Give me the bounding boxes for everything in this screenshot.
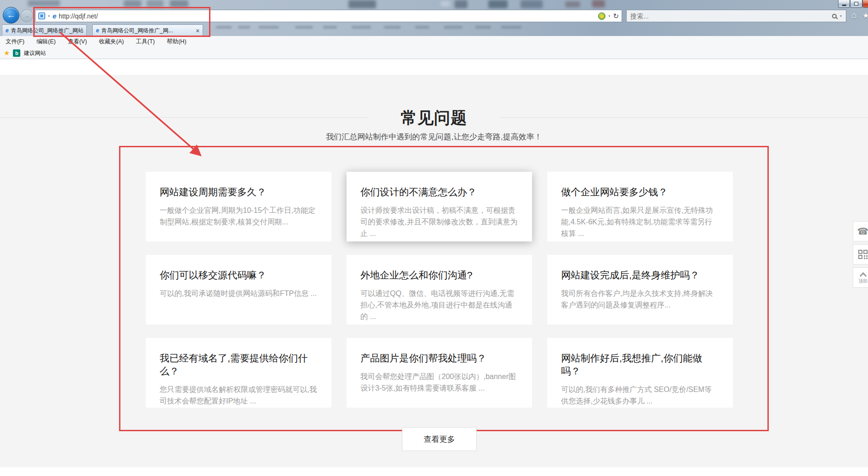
minimize-icon bbox=[842, 5, 846, 6]
annotation-arrow bbox=[44, 24, 215, 167]
background-smudge bbox=[352, 26, 371, 29]
background-smudge bbox=[295, 26, 313, 29]
background-smudge bbox=[348, 0, 376, 8]
floating-toolbar: ☎ 顶部 bbox=[853, 221, 868, 290]
background-smudge bbox=[455, 0, 467, 8]
tab-favicon: e bbox=[6, 27, 9, 34]
annotation-box-faq bbox=[119, 146, 769, 431]
qr-code-icon bbox=[858, 250, 868, 259]
background-smudge bbox=[415, 26, 429, 29]
background-smudge bbox=[238, 26, 250, 29]
background-smudge bbox=[475, 26, 491, 29]
window-controls: × bbox=[838, 0, 868, 8]
background-smudge bbox=[258, 26, 279, 29]
search-input[interactable] bbox=[630, 12, 832, 20]
menu-item-file[interactable]: 文件(F) bbox=[6, 38, 24, 46]
phone-icon: ☎ bbox=[857, 226, 868, 237]
background-smudge bbox=[521, 0, 543, 8]
background-smudge bbox=[565, 1, 580, 7]
back-arrow-icon: ← bbox=[7, 10, 16, 20]
background-smudge bbox=[216, 26, 232, 29]
view-more-button[interactable]: 查看更多 bbox=[402, 427, 477, 451]
add-favorite-icon[interactable]: ★ bbox=[4, 49, 10, 57]
favorites-star-icon[interactable]: ★ bbox=[862, 11, 868, 20]
home-icon[interactable]: ⌂ bbox=[851, 10, 856, 20]
background-smudge bbox=[384, 26, 401, 29]
background-smudge bbox=[501, 26, 521, 29]
browser-window: × ← → ▼ e http://qdjf.net/ ▼ ↻ ▼ ⌂ ★ e 青… bbox=[0, 0, 868, 476]
background-smudge bbox=[124, 0, 141, 7]
background-smudge bbox=[170, 0, 188, 7]
background-smudge bbox=[147, 0, 163, 7]
refresh-icon[interactable]: ↻ bbox=[613, 12, 619, 20]
minimize-button[interactable] bbox=[838, 0, 850, 8]
background-smudge bbox=[28, 0, 60, 6]
back-to-top-button[interactable]: 顶部 bbox=[853, 267, 868, 288]
suggested-sites-link[interactable]: 建议网站 bbox=[24, 49, 46, 57]
forward-arrow-icon: → bbox=[24, 12, 30, 19]
maximize-button[interactable] bbox=[850, 0, 862, 8]
addon-dropdown-icon[interactable]: ▼ bbox=[608, 15, 611, 18]
background-smudge bbox=[441, 1, 450, 6]
search-dropdown-icon[interactable]: ▼ bbox=[839, 15, 842, 18]
forward-button[interactable]: → bbox=[20, 9, 33, 22]
addon-icon[interactable] bbox=[598, 12, 605, 20]
background-smudge bbox=[488, 0, 508, 8]
search-box[interactable]: ▼ bbox=[626, 10, 846, 22]
restore-icon bbox=[854, 2, 858, 6]
qr-code-button[interactable] bbox=[853, 244, 868, 265]
contact-phone-button[interactable]: ☎ bbox=[853, 221, 868, 241]
background-smudge bbox=[592, 0, 605, 7]
background-smudge bbox=[323, 26, 337, 29]
page-title: 常见问题 bbox=[369, 107, 500, 129]
close-button[interactable]: × bbox=[862, 0, 868, 8]
search-icon[interactable] bbox=[832, 14, 837, 18]
back-button[interactable]: ← bbox=[3, 7, 19, 24]
background-smudge bbox=[444, 26, 462, 29]
bing-icon[interactable]: b bbox=[13, 49, 20, 57]
